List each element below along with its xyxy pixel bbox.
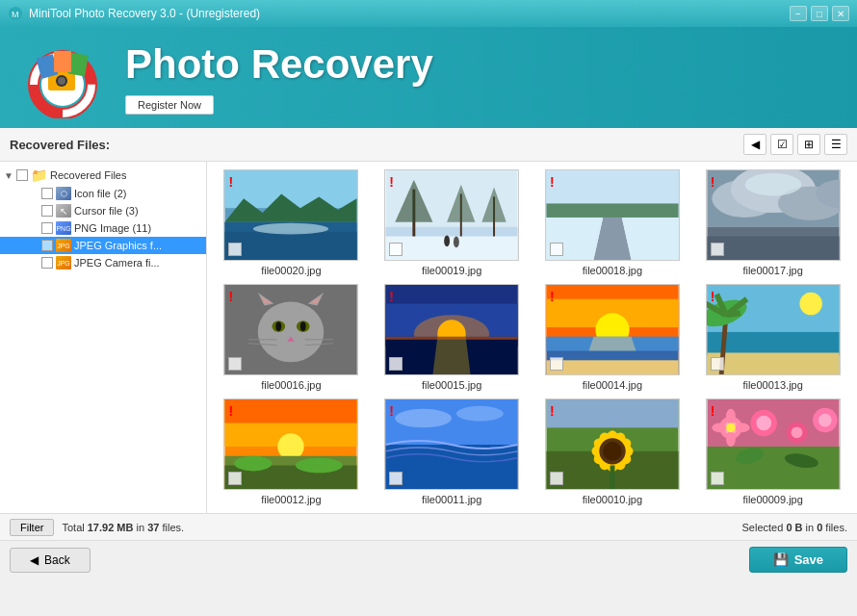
filter-button[interactable]: Filter [10,519,54,536]
photo-select-checkbox[interactable] [550,243,563,256]
svg-point-124 [818,414,832,427]
photo-filename: file00010.jpg [583,494,642,505]
photo-select-checkbox[interactable] [228,357,242,371]
sidebar-item-icon-file[interactable]: ⬡ Icon file (2) [0,185,206,202]
check-button[interactable]: ☑ [770,134,793,155]
app-header: Photo Recovery Register Now [0,27,857,128]
back-button[interactable]: ◀ Back [10,548,91,573]
cursor-file-checkbox[interactable] [41,205,53,217]
svg-point-101 [395,409,452,428]
svg-rect-36 [546,170,678,203]
svg-point-48 [258,302,325,363]
svg-rect-76 [546,360,678,374]
cursor-file-label: Cursor file (3) [74,205,139,217]
photo-select-checkbox[interactable] [711,357,724,371]
svg-point-93 [278,433,304,459]
icon-file-checkbox[interactable] [41,188,53,199]
photo-select-checkbox[interactable] [711,472,724,485]
svg-point-43 [744,173,801,195]
svg-marker-77 [588,337,636,351]
svg-point-122 [791,426,802,438]
close-button[interactable]: ✕ [832,6,849,21]
list-item: ! file00015.jpg [376,284,529,391]
photo-select-checkbox[interactable] [389,472,403,485]
photo-thumbnail-wrap: ! [223,169,358,261]
photo-select-checkbox[interactable] [228,472,242,485]
root-checkbox[interactable] [16,169,28,181]
photo-filename: file00011.jpg [422,494,481,505]
jpeg-graphics-checkbox[interactable] [41,240,53,251]
svg-point-113 [603,442,622,461]
photo-select-checkbox[interactable] [711,243,724,256]
photo-select-checkbox[interactable] [389,243,403,256]
content-area: ▼ 📁 Recovered Files ⬡ Icon file (2) ↖ Cu… [0,162,857,513]
app-name: Photo Recovery [125,41,433,88]
photo-filename: file00014.jpg [583,379,642,391]
svg-line-88 [726,313,740,315]
photo-filename: file00013.jpg [742,379,802,391]
photo-filename: file00016.jpg [261,379,321,391]
svg-point-128 [734,423,749,432]
back-nav-button[interactable]: ◀ [743,134,766,155]
view-list-button[interactable]: ☰ [824,134,847,155]
sidebar-item-png-image[interactable]: PNG PNG Image (11) [0,219,206,237]
cursor-file-icon: ↖ [56,204,71,218]
photo-thumbnail-wrap: ! [706,398,841,490]
svg-point-126 [726,431,736,447]
sidebar-item-cursor-file[interactable]: ↖ Cursor file (3) [0,202,206,219]
thumbnail-image [546,399,679,489]
svg-point-97 [296,458,343,474]
maximize-button[interactable]: □ [811,6,828,21]
photo-grid-area[interactable]: ! file00020.jpg [207,162,857,513]
png-checkbox[interactable] [41,222,53,234]
list-item: ! file00018.jpg [536,169,689,276]
photo-filename: file00012.jpg [261,494,321,505]
photo-filename: file00020.jpg [261,265,321,276]
photo-select-checkbox[interactable] [550,357,563,371]
photo-grid: ! file00020.jpg [211,166,853,509]
svg-text:M: M [12,10,19,19]
warning-icon: ! [711,289,715,304]
view-large-button[interactable]: ⊞ [797,134,820,155]
icon-file-icon: ⬡ [56,187,71,200]
photo-select-checkbox[interactable] [228,243,242,256]
svg-rect-45 [707,237,839,260]
thumbnail-image [224,285,357,374]
png-label: PNG Image (11) [74,222,151,234]
register-button[interactable]: Register Now [125,95,214,115]
expand-icon: ▼ [4,170,13,181]
svg-point-127 [712,423,727,432]
minimize-button[interactable]: − [790,6,807,21]
sidebar-item-jpeg-camera[interactable]: JPG JPEG Camera fi... [0,254,206,271]
list-item: ! file00014.jpg [536,284,689,391]
toolbar-title: Recovered Files: [10,138,110,152]
photo-thumbnail-wrap: ! [545,169,680,261]
save-label: Save [794,552,823,567]
sidebar-item-jpeg-graphics[interactable]: JPG JPEG Graphics f... [0,237,206,254]
save-button[interactable]: 💾 Save [749,547,847,573]
back-arrow-icon: ◀ [30,553,39,567]
photo-select-checkbox[interactable] [389,357,403,371]
jpeg-camera-checkbox[interactable] [41,257,53,269]
photo-thumbnail-wrap: ! [223,398,358,490]
window-controls: − □ ✕ [790,6,849,21]
svg-marker-34 [622,218,679,260]
warning-icon: ! [550,289,555,304]
tree-root[interactable]: ▼ 📁 Recovered Files [0,166,206,185]
photo-thumbnail-wrap: ! [545,284,680,375]
list-item: ! file00011.jpg [376,398,529,505]
jpeg-graphics-label: JPEG Graphics f... [74,240,162,251]
svg-point-96 [235,456,273,472]
list-item: ! file00009.jpg [696,398,849,505]
thumbnail-image [707,285,840,374]
thumbnail-image [546,170,679,260]
svg-rect-69 [386,337,518,340]
svg-rect-35 [546,203,678,218]
png-icon: PNG [56,221,71,235]
svg-point-102 [456,406,504,422]
svg-rect-116 [707,447,839,489]
photo-select-checkbox[interactable] [550,472,563,485]
svg-rect-81 [707,352,839,374]
icon-file-label: Icon file (2) [74,188,126,199]
thumbnail-image [707,170,840,260]
